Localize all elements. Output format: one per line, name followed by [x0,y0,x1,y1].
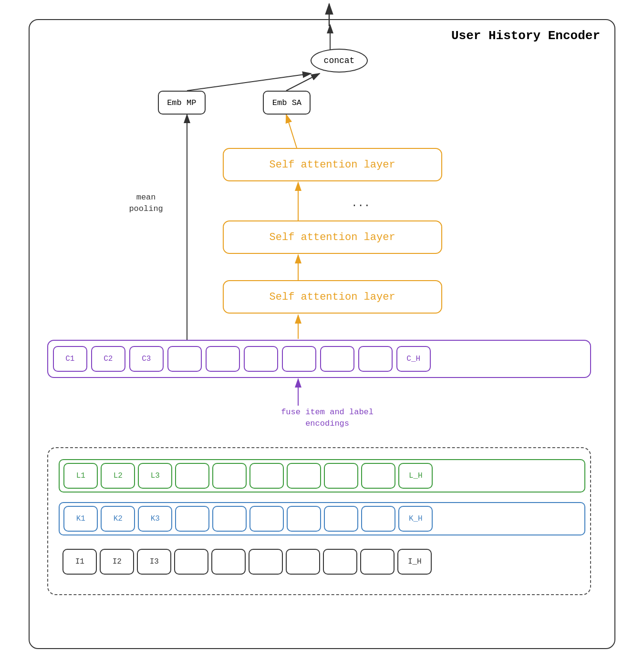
mean-pooling-label: meanpooling [129,192,163,215]
cell-i7 [286,549,320,575]
cell-i9 [360,549,395,575]
cell-l1: L1 [63,463,98,489]
cell-l3: L3 [138,463,172,489]
cell-l7 [287,463,321,489]
emb-sa-box: Emb SA [263,91,311,115]
i-row-container: I1 I2 I3 I_H [59,545,585,578]
cell-k9 [361,506,395,532]
svg-line-4 [187,73,311,91]
cell-k5 [212,506,247,532]
cell-ih: I_H [397,549,432,575]
cell-i8 [323,549,357,575]
dots-label: ... [351,198,370,210]
c-row-container: C1 C2 C3 C_H [47,340,591,378]
cell-c5 [206,346,240,372]
main-container: User History Encoder [29,19,615,649]
cell-k3: K3 [138,506,172,532]
cell-c2: C2 [91,346,125,372]
cell-l2: L2 [101,463,135,489]
fuse-label: fuse item and labelencodings [281,407,374,430]
cell-k1: K1 [63,506,98,532]
cell-k7 [287,506,321,532]
cell-lh: L_H [398,463,433,489]
cell-c6 [244,346,278,372]
cell-l4 [175,463,209,489]
cell-ch: C_H [396,346,431,372]
self-attn-layer-2: Self attention layer [223,220,442,254]
cell-i6 [249,549,283,575]
l-row-container: L1 L2 L3 L_H [59,459,585,493]
title: User History Encoder [451,29,600,43]
cell-l5 [212,463,247,489]
cell-kh: K_H [398,506,433,532]
cell-i4 [174,549,208,575]
cell-k8 [324,506,358,532]
self-attn-layer-3: Self attention layer [223,280,442,314]
cell-i5 [211,549,246,575]
cell-i2: I2 [100,549,134,575]
cell-k2: K2 [101,506,135,532]
cell-i1: I1 [62,549,97,575]
svg-line-6 [286,115,297,148]
cell-c3: C3 [129,346,164,372]
emb-mp-box: Emb MP [158,91,206,115]
cell-l9 [361,463,395,489]
cell-c1: C1 [53,346,87,372]
cell-c7 [282,346,316,372]
cell-l8 [324,463,358,489]
cell-k4 [175,506,209,532]
concat-ellipse: concat [311,49,368,73]
k-row-container: K1 K2 K3 K_H [59,502,585,535]
cell-i3: I3 [137,549,171,575]
cell-l6 [249,463,284,489]
cell-c8 [320,346,354,372]
cell-c4 [167,346,202,372]
svg-line-5 [286,73,320,91]
self-attn-layer-1: Self attention layer [223,148,442,181]
cell-c9 [358,346,393,372]
cell-k6 [249,506,284,532]
